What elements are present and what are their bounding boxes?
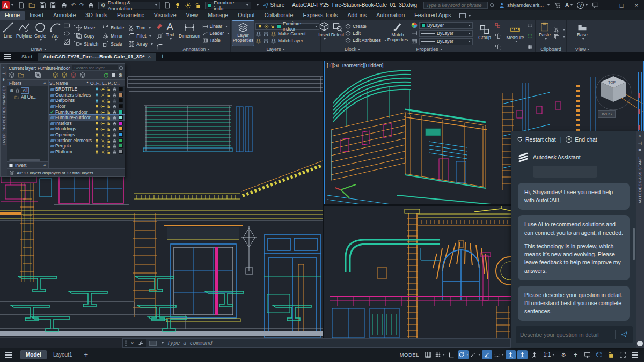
trim-button[interactable]: Trim	[128, 25, 152, 31]
layer-row[interactable]: Interiors	[49, 121, 125, 127]
layer-search-input[interactable]	[72, 65, 118, 71]
cut-button[interactable]	[554, 27, 565, 33]
autocad-logo[interactable]: A	[2, 1, 10, 9]
rectangle-button[interactable]	[63, 22, 76, 29]
layer-state2-icon[interactable]	[61, 72, 68, 78]
open-file-icon[interactable]	[28, 2, 35, 9]
detect-button[interactable]: Detect	[331, 20, 345, 46]
group-edit-button[interactable]	[495, 31, 501, 41]
filters-collapse[interactable]: «	[43, 80, 46, 86]
scale-value[interactable]: 1:1	[541, 350, 557, 359]
measure-button[interactable]: Measure	[504, 23, 526, 49]
lock-ui-button[interactable]	[606, 350, 616, 359]
tab-express-tools[interactable]: Express Tools	[298, 11, 342, 20]
layer-row[interactable]: Pergola	[49, 143, 125, 149]
ellipse-button[interactable]	[63, 30, 76, 37]
col-name[interactable]: Name▲	[55, 80, 90, 86]
tab-add-ins[interactable]: Add-ins	[343, 11, 372, 20]
tab-featured-apps[interactable]: Featured Apps	[409, 11, 456, 20]
tab-parametric[interactable]: Parametric	[112, 11, 149, 20]
workspace-switching[interactable]: ⚙	[559, 350, 569, 359]
isodraft-toggle[interactable]	[482, 350, 492, 359]
linetype-dropdown[interactable]: ByLayer	[419, 30, 473, 37]
start-tab[interactable]: Start	[16, 53, 38, 61]
annotation-scale-button[interactable]	[529, 350, 539, 359]
quick-properties-toggle[interactable]	[594, 350, 604, 359]
paste-button[interactable]: Paste	[537, 20, 553, 46]
layer-row-selected[interactable]: Furniture-outdoor	[49, 115, 125, 121]
qat-overflow-caret[interactable]	[257, 4, 259, 6]
layer-lock-icon[interactable]	[195, 2, 201, 8]
stop-icon[interactable]	[112, 73, 115, 77]
invert-checkbox[interactable]	[9, 164, 13, 167]
assistant-conversation[interactable]: Autodesk Assistant Hi, Shiyamdev! I see …	[511, 147, 636, 348]
ribbon-display-toggle[interactable]	[459, 13, 471, 20]
help-icon[interactable]: ?	[577, 2, 584, 9]
layer-state1-icon[interactable]	[52, 72, 58, 78]
table-button[interactable]: Table	[202, 38, 229, 43]
logo-menu-caret[interactable]	[11, 4, 13, 6]
copy-clip-button[interactable]	[554, 34, 565, 40]
ortho-toggle[interactable]	[447, 350, 457, 359]
command-prompt[interactable]: Type a command	[167, 340, 212, 346]
command-recent-caret[interactable]	[162, 342, 164, 344]
save-as-icon[interactable]	[50, 2, 57, 9]
layer-row[interactable]: Outdoor-elements	[49, 137, 125, 143]
assistant-input[interactable]	[520, 331, 611, 338]
col-color[interactable]: C..	[113, 80, 120, 86]
dimension-button[interactable]: Dimension	[178, 20, 201, 46]
layer-row[interactable]: Openings	[49, 132, 125, 138]
undo-icon[interactable]: ↶	[71, 2, 76, 8]
col-status[interactable]: S..	[49, 80, 55, 86]
edit-attributes-button[interactable]: Edit Attributes	[345, 38, 386, 43]
layout1-tab[interactable]: Layout1	[48, 350, 78, 359]
linear-button[interactable]: Linear	[202, 24, 229, 29]
autodesk-caret[interactable]	[570, 4, 573, 6]
lineweight-dropdown[interactable]: ByLayer	[419, 38, 473, 45]
redo-icon[interactable]: ↷	[79, 2, 84, 8]
layout-menu-icon[interactable]	[5, 352, 12, 358]
assistant-pin-icon[interactable]: ⊣	[638, 141, 642, 146]
plot-preview-icon[interactable]	[87, 2, 94, 9]
help-caret[interactable]	[586, 4, 588, 6]
layer-row[interactable]: Defpoints	[49, 98, 125, 104]
quick-calc-button[interactable]	[527, 42, 533, 51]
filter-all[interactable]: ⊟All	[7, 87, 48, 94]
polyline-button[interactable]: Polyline	[16, 20, 32, 46]
ucs-label[interactable]: WCS	[598, 110, 616, 118]
layer-delete-icon[interactable]	[70, 72, 77, 78]
object-snap-tracking-toggle[interactable]	[470, 350, 480, 359]
customization-button[interactable]	[630, 350, 640, 359]
command-drag-handle[interactable]	[123, 340, 129, 346]
text-button[interactable]: AText	[163, 20, 177, 46]
restart-chat-button[interactable]: Restart chat	[517, 136, 556, 143]
search-input[interactable]	[423, 2, 488, 9]
make-current-button[interactable]: Make Current	[255, 31, 319, 37]
tab-automation[interactable]: Automation	[371, 11, 409, 20]
autodesk-account-icon[interactable]: A	[565, 2, 569, 8]
group-bounding-button[interactable]	[495, 42, 501, 51]
command-recent-icon[interactable]	[149, 341, 157, 346]
insert-button[interactable]: Insert	[318, 20, 330, 46]
assistant-close-icon[interactable]: ×	[639, 133, 641, 138]
autoscale-toggle[interactable]	[517, 350, 528, 359]
plot-icon[interactable]	[61, 2, 68, 9]
palette-pin-icon[interactable]: ⊣	[2, 71, 6, 76]
polar-tracking-toggle[interactable]	[458, 350, 469, 359]
document-tab-close-icon[interactable]: ×	[148, 54, 151, 60]
layer-search-icon[interactable]	[119, 66, 123, 70]
invert-collapse[interactable]: «	[43, 162, 46, 168]
palette-settings-icon[interactable]: ✱	[2, 78, 5, 82]
new-layout-button[interactable]: +	[78, 349, 93, 360]
save-icon[interactable]	[39, 2, 46, 9]
layer-row[interactable]: BRDTITLE	[49, 86, 125, 92]
new-group-icon[interactable]	[18, 72, 24, 78]
new-drawing-tab-button[interactable]: +	[160, 53, 164, 60]
palette-gear-icon[interactable]: ⚙	[118, 72, 123, 78]
fillet-button[interactable]: Fillet	[128, 33, 152, 39]
clean-screen-button[interactable]	[618, 350, 628, 359]
model-space-badge[interactable]: MODEL	[400, 352, 419, 358]
ungroup-button[interactable]	[495, 20, 501, 30]
tab-visualize[interactable]: Visualize	[149, 11, 181, 20]
close-button[interactable]: ×	[629, 2, 644, 9]
